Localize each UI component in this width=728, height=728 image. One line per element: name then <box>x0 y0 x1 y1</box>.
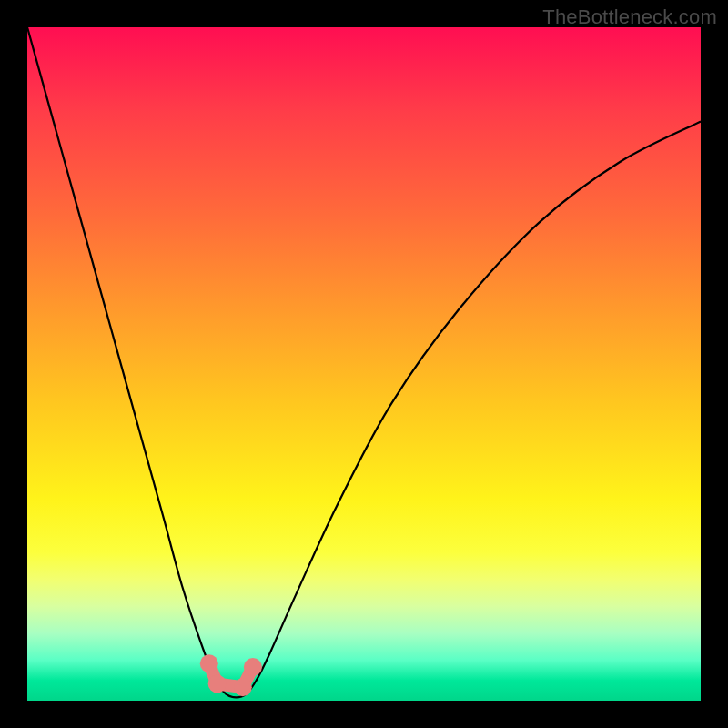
marker-cluster <box>200 654 262 696</box>
marker-dot <box>244 658 262 676</box>
marker-dot <box>208 675 227 693</box>
marker-dot <box>234 678 252 696</box>
marker-dot <box>200 654 218 672</box>
curve-svg <box>27 27 701 701</box>
plot-area <box>27 27 701 701</box>
chart-frame: TheBottleneck.com <box>0 0 728 728</box>
bottleneck-curve <box>27 27 701 697</box>
watermark-text: TheBottleneck.com <box>542 5 717 29</box>
